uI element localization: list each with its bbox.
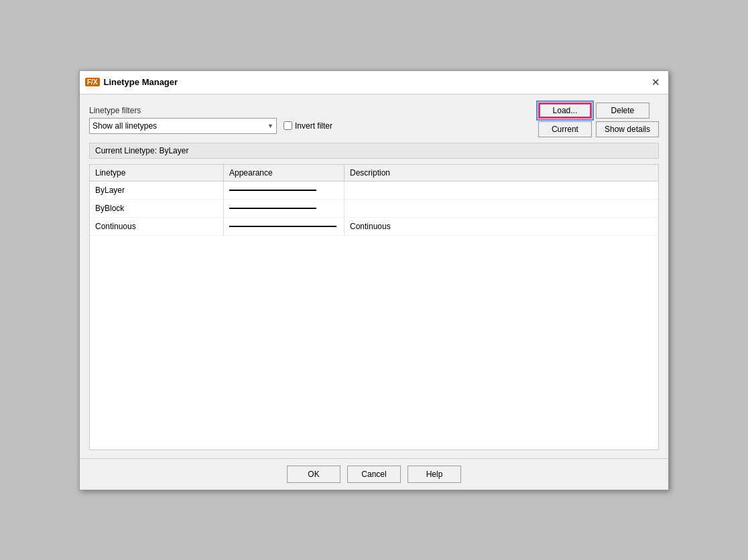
show-details-button[interactable]: Show details (596, 121, 659, 137)
cell-appearance-byblock (224, 200, 345, 217)
bottom-button-row: Current Show details (538, 121, 659, 137)
current-button[interactable]: Current (538, 121, 592, 137)
linetype-manager-dialog: F/X Linetype Manager ✕ Linetype filters … (79, 70, 669, 490)
linetype-table: Linetype Appearance Description ByLayer … (89, 164, 659, 450)
load-button[interactable]: Load... (538, 102, 592, 119)
invert-filter-checkbox[interactable] (284, 121, 292, 130)
filter-section: Linetype filters Show all linetypes Show… (89, 106, 532, 134)
table-row[interactable]: ByLayer (90, 182, 658, 200)
col-header-appearance: Appearance (224, 165, 345, 181)
invert-filter-text: Invert filter (295, 121, 332, 131)
cell-description-bylayer (345, 182, 658, 199)
cell-description-byblock (345, 200, 658, 217)
filter-select-wrapper: Show all linetypes Show used linetypes S… (89, 118, 277, 134)
invert-filter-label[interactable]: Invert filter (284, 121, 332, 131)
dialog-body: Linetype filters Show all linetypes Show… (80, 94, 668, 458)
cell-linetype-bylayer: ByLayer (90, 182, 224, 199)
current-linetype-value: ByLayer (159, 146, 188, 155)
button-group: Load... Delete Current Show details (538, 102, 659, 137)
col-header-linetype: Linetype (90, 165, 224, 181)
current-linetype-label: Current Linetype: (95, 146, 157, 155)
bottom-button-bar: OK Cancel Help (80, 458, 668, 490)
dialog-title: Linetype Manager (104, 77, 644, 87)
top-button-row: Load... Delete (538, 102, 659, 119)
linetype-filter-select[interactable]: Show all linetypes Show used linetypes S… (89, 118, 277, 134)
table-header: Linetype Appearance Description (90, 165, 658, 182)
cell-description-continuous: Continuous (345, 218, 658, 235)
table-row[interactable]: ByBlock (90, 200, 658, 218)
current-linetype-bar: Current Linetype: ByLayer (89, 143, 659, 159)
title-bar: F/X Linetype Manager ✕ (80, 71, 668, 94)
filter-controls: Show all linetypes Show used linetypes S… (89, 118, 532, 134)
close-button[interactable]: ✕ (648, 75, 663, 90)
app-icon: F/X (85, 78, 100, 86)
cell-linetype-byblock: ByBlock (90, 200, 224, 217)
linetype-line-continuous (229, 226, 336, 227)
filter-label: Linetype filters (89, 106, 532, 115)
help-button[interactable]: Help (408, 466, 461, 483)
delete-button[interactable]: Delete (596, 102, 649, 119)
ok-button[interactable]: OK (287, 466, 340, 483)
col-header-description: Description (345, 165, 658, 181)
linetype-line-byblock (229, 208, 316, 209)
cell-appearance-continuous (224, 218, 345, 235)
cancel-button[interactable]: Cancel (347, 466, 401, 483)
filter-row: Linetype filters Show all linetypes Show… (89, 102, 659, 137)
cell-appearance-bylayer (224, 182, 345, 199)
linetype-line-bylayer (229, 190, 316, 191)
cell-linetype-continuous: Continuous (90, 218, 224, 235)
table-row[interactable]: Continuous Continuous (90, 218, 658, 236)
table-body: ByLayer ByBlock Continuous Continuous (90, 182, 658, 449)
